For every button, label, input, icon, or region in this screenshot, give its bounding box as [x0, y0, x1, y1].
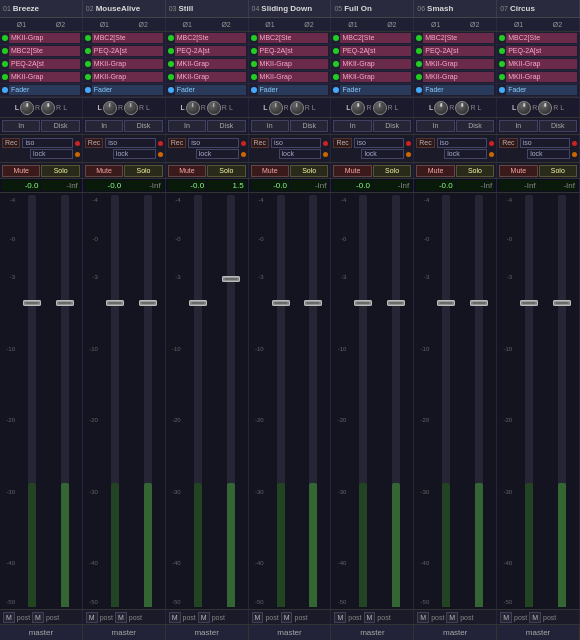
m-btn2-6[interactable]: M [529, 612, 541, 623]
plugin-cell-1-1[interactable]: PEQ-2A[st [83, 45, 166, 57]
fader-plugin-cell-2[interactable]: Fader [166, 84, 249, 96]
iso-btn-6[interactable]: iso [520, 138, 570, 148]
plugin-cell-4-0[interactable]: MBC2[Ste [331, 32, 414, 44]
iso-btn-0[interactable]: iso [22, 138, 72, 148]
plugin-cell-4-2[interactable]: MKII-Grap [331, 58, 414, 70]
iso-btn-1[interactable]: iso [105, 138, 155, 148]
plugin-cell-6-0[interactable]: MBC2[Ste [497, 32, 580, 44]
plugin-cell-1-0[interactable]: MBC2[Ste [83, 32, 166, 44]
fader-grip-b-3[interactable] [304, 300, 322, 306]
m-btn2-0[interactable]: M [32, 612, 44, 623]
fader-grip-a-3[interactable] [272, 300, 290, 306]
plugin-cell-0-2[interactable]: PEQ-2A[st [0, 58, 83, 70]
plugin-cell-3-3[interactable]: MKII-Grap [249, 71, 332, 83]
plugin-cell-6-3[interactable]: MKII-Grap [497, 71, 580, 83]
plugin-cell-1-2[interactable]: MKII-Grap [83, 58, 166, 70]
lock-btn-1[interactable]: lock [113, 149, 156, 159]
solo-btn-2[interactable]: Solo [207, 165, 245, 177]
lock-btn-4[interactable]: lock [361, 149, 404, 159]
route-in-0[interactable]: In [2, 120, 40, 132]
pan-knob-5[interactable] [434, 101, 448, 115]
fader-grip-a-1[interactable] [106, 300, 124, 306]
fader-grip-b-6[interactable] [553, 300, 571, 306]
fader-plugin-cell-4[interactable]: Fader [331, 84, 414, 96]
mute-btn-1[interactable]: Mute [85, 165, 123, 177]
rec-btn-4[interactable]: Rec [333, 138, 351, 148]
mute-btn-4[interactable]: Mute [333, 165, 371, 177]
m-btn2-4[interactable]: M [364, 612, 376, 623]
solo-btn-3[interactable]: Solo [290, 165, 328, 177]
plugin-cell-0-3[interactable]: MKII-Grap [0, 71, 83, 83]
pan-knob2-0[interactable] [41, 101, 55, 115]
fader-grip-a-5[interactable] [437, 300, 455, 306]
iso-btn-5[interactable]: iso [437, 138, 487, 148]
route-in-5[interactable]: In [416, 120, 454, 132]
m-btn2-1[interactable]: M [115, 612, 127, 623]
fader-grip-a-4[interactable] [354, 300, 372, 306]
plugin-cell-4-1[interactable]: PEQ-2A[st [331, 45, 414, 57]
route-disk-3[interactable]: Disk [290, 120, 328, 132]
mute-btn-3[interactable]: Mute [251, 165, 289, 177]
rec-btn-1[interactable]: Rec [85, 138, 103, 148]
fader-plugin-cell-6[interactable]: Fader [497, 84, 580, 96]
mute-btn-5[interactable]: Mute [416, 165, 454, 177]
pan-knob-1[interactable] [103, 101, 117, 115]
iso-btn-2[interactable]: iso [188, 138, 238, 148]
lock-btn-5[interactable]: lock [444, 149, 487, 159]
pan-knob2-2[interactable] [207, 101, 221, 115]
route-in-6[interactable]: In [499, 120, 537, 132]
solo-btn-0[interactable]: Solo [41, 165, 79, 177]
plugin-cell-5-3[interactable]: MKII-Grap [414, 71, 497, 83]
plugin-cell-3-2[interactable]: MKII-Grap [249, 58, 332, 70]
lock-btn-3[interactable]: lock [279, 149, 322, 159]
m-btn-2[interactable]: M [169, 612, 181, 623]
plugin-cell-6-2[interactable]: MKII-Grap [497, 58, 580, 70]
plugin-cell-4-3[interactable]: MKII-Grap [331, 71, 414, 83]
m-btn-1[interactable]: M [86, 612, 98, 623]
fader-grip-b-0[interactable] [56, 300, 74, 306]
fader-plugin-cell-1[interactable]: Fader [83, 84, 166, 96]
m-btn-5[interactable]: M [417, 612, 429, 623]
pan-knob2-5[interactable] [455, 101, 469, 115]
rec-btn-0[interactable]: Rec [2, 138, 20, 148]
lock-btn-2[interactable]: lock [196, 149, 239, 159]
pan-knob-4[interactable] [351, 101, 365, 115]
route-in-2[interactable]: In [168, 120, 206, 132]
solo-btn-4[interactable]: Solo [373, 165, 411, 177]
m-btn-3[interactable]: M [252, 612, 264, 623]
pan-knob-2[interactable] [186, 101, 200, 115]
fader-grip-b-1[interactable] [139, 300, 157, 306]
route-in-1[interactable]: In [85, 120, 123, 132]
plugin-cell-6-1[interactable]: PEQ-2A[st [497, 45, 580, 57]
fader-grip-b-4[interactable] [387, 300, 405, 306]
pan-knob-3[interactable] [269, 101, 283, 115]
fader-plugin-cell-3[interactable]: Fader [249, 84, 332, 96]
m-btn-0[interactable]: M [3, 612, 15, 623]
route-in-3[interactable]: In [251, 120, 289, 132]
route-disk-5[interactable]: Disk [456, 120, 494, 132]
pan-knob2-6[interactable] [538, 101, 552, 115]
fader-grip-a-0[interactable] [23, 300, 41, 306]
plugin-cell-2-0[interactable]: MBC2[Ste [166, 32, 249, 44]
rec-btn-6[interactable]: Rec [499, 138, 517, 148]
plugin-cell-0-0[interactable]: MKII-Grap [0, 32, 83, 44]
route-disk-1[interactable]: Disk [124, 120, 162, 132]
plugin-cell-5-0[interactable]: MBC2[Ste [414, 32, 497, 44]
m-btn2-5[interactable]: M [446, 612, 458, 623]
rec-btn-5[interactable]: Rec [416, 138, 434, 148]
route-disk-0[interactable]: Disk [41, 120, 79, 132]
solo-btn-6[interactable]: Solo [539, 165, 577, 177]
route-disk-2[interactable]: Disk [207, 120, 245, 132]
fader-grip-a-6[interactable] [520, 300, 538, 306]
lock-btn-0[interactable]: lock [30, 149, 73, 159]
plugin-cell-0-1[interactable]: MBC2[Ste [0, 45, 83, 57]
plugin-cell-3-1[interactable]: PEQ-2A[st [249, 45, 332, 57]
m-btn2-3[interactable]: M [281, 612, 293, 623]
plugin-cell-2-3[interactable]: MKII-Grap [166, 71, 249, 83]
iso-btn-3[interactable]: iso [271, 138, 321, 148]
route-disk-4[interactable]: Disk [373, 120, 411, 132]
m-btn-4[interactable]: M [334, 612, 346, 623]
solo-btn-1[interactable]: Solo [124, 165, 162, 177]
plugin-cell-2-2[interactable]: MKII-Grap [166, 58, 249, 70]
pan-knob2-1[interactable] [124, 101, 138, 115]
